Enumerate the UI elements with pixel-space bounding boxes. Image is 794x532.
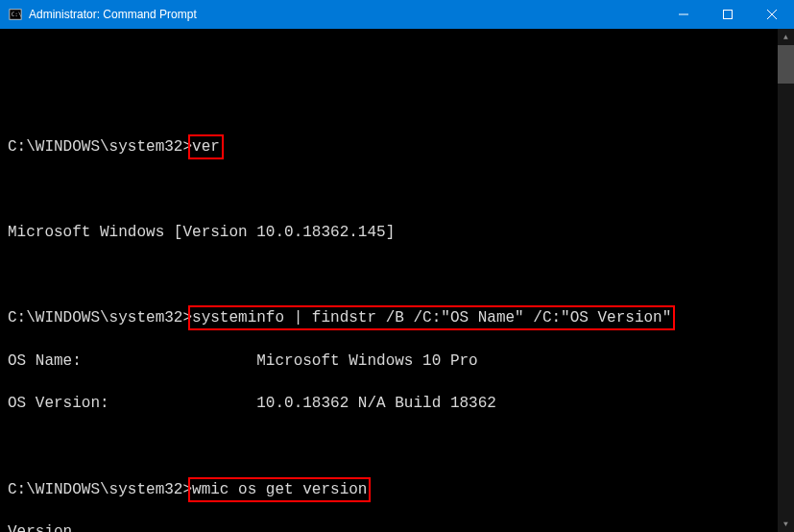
prompt-text: C:\WINDOWS\system32>	[8, 309, 192, 326]
scrollbar-up-arrow[interactable]: ▲	[778, 29, 794, 45]
minimize-button[interactable]	[662, 0, 706, 29]
terminal-content: C:\WINDOWS\system32>ver Microsoft Window…	[0, 72, 794, 532]
prompt-text: C:\WINDOWS\system32>	[8, 138, 192, 156]
maximize-button[interactable]	[706, 0, 750, 29]
scrollbar-thumb[interactable]	[778, 45, 794, 84]
output-sysinfo-1: OS Name: Microsoft Windows 10 Pro	[8, 351, 786, 372]
output-wmic-1: Version	[8, 521, 786, 532]
close-button[interactable]	[750, 0, 794, 29]
svg-text:C:\: C:\	[12, 11, 22, 17]
scrollbar[interactable]: ▲ ▼	[778, 29, 794, 532]
highlighted-command-2: systeminfo | findstr /B /C:"OS Name" /C:…	[188, 305, 675, 330]
cmd-icon: C:\	[8, 7, 23, 22]
prompt-line-3: C:\WINDOWS\system32>wmic os get version	[8, 479, 786, 500]
titlebar-title: Administrator: Command Prompt	[29, 8, 197, 21]
prompt-text: C:\WINDOWS\system32>	[8, 481, 192, 498]
highlighted-command-1: ver	[188, 134, 224, 159]
titlebar-controls	[662, 0, 794, 29]
terminal[interactable]: C:\WINDOWS\system32>ver Microsoft Window…	[0, 29, 794, 532]
prompt-line-2: C:\WINDOWS\system32>systeminfo | findstr…	[8, 307, 786, 328]
highlighted-command-3: wmic os get version	[188, 477, 371, 502]
titlebar-left: C:\ Administrator: Command Prompt	[8, 7, 197, 22]
prompt-line-1: C:\WINDOWS\system32>ver	[8, 136, 786, 157]
titlebar[interactable]: C:\ Administrator: Command Prompt	[0, 0, 794, 29]
output-sysinfo-2: OS Version: 10.0.18362 N/A Build 18362	[8, 393, 786, 414]
svg-rect-3	[724, 11, 733, 19]
output-ver: Microsoft Windows [Version 10.0.18362.14…	[8, 222, 786, 243]
scrollbar-down-arrow[interactable]: ▼	[778, 516, 794, 532]
